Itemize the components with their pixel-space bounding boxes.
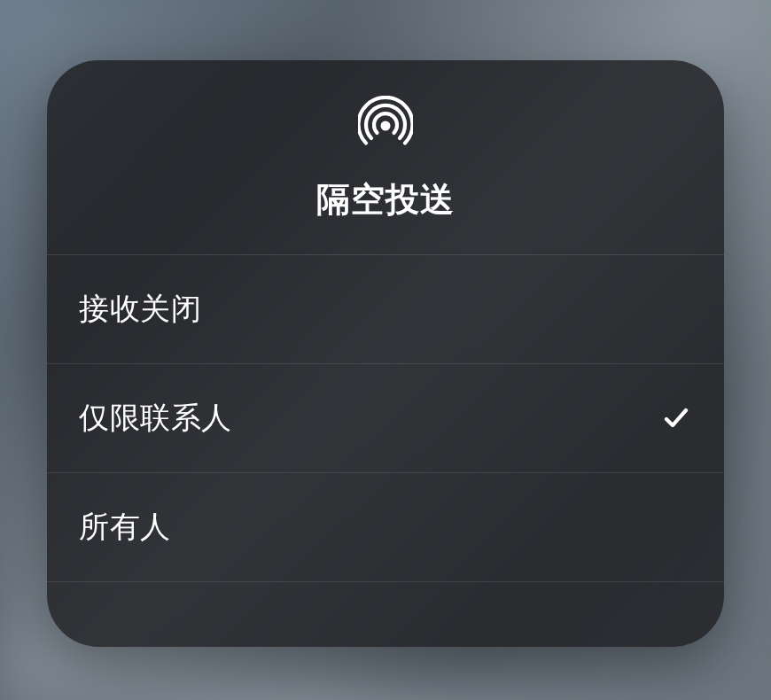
airdrop-icon [356, 94, 415, 152]
panel-title: 隔空投送 [316, 177, 455, 222]
option-label: 所有人 [79, 507, 171, 548]
airdrop-panel: 隔空投送 接收关闭 仅限联系人 所有人 [47, 60, 724, 647]
option-list: 接收关闭 仅限联系人 所有人 [47, 255, 724, 582]
option-contacts-only[interactable]: 仅限联系人 [47, 364, 724, 473]
option-everyone[interactable]: 所有人 [47, 473, 724, 582]
svg-point-0 [381, 121, 391, 131]
panel-header: 隔空投送 [47, 60, 724, 255]
option-label: 仅限联系人 [79, 398, 232, 439]
option-label: 接收关闭 [79, 289, 201, 330]
option-receiving-off[interactable]: 接收关闭 [47, 255, 724, 364]
checkmark-icon [660, 402, 692, 434]
